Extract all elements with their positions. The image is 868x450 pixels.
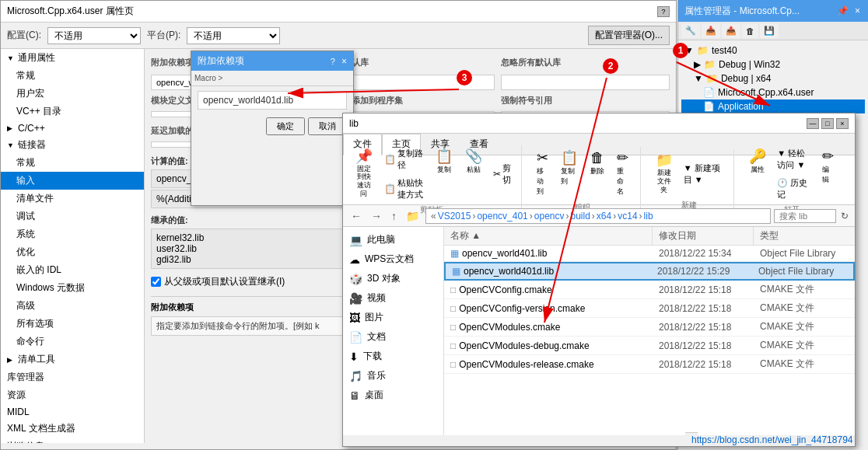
tree-item-linker-input[interactable]: 输入 [1, 172, 144, 190]
file-row-selected[interactable]: ▦ opencv_world401d.lib 2018/12/22 15:29 … [444, 262, 855, 281]
pm-node-debug-win32[interactable]: ▶ 📁 Debug | Win32 [681, 58, 865, 72]
fs-item-documents[interactable]: 📄 文档 [343, 327, 443, 347]
fs-item-music[interactable]: 🎵 音乐 [343, 366, 443, 385]
tree-item-advanced[interactable]: 高级 [1, 297, 144, 315]
ribbon-cut-btn[interactable]: ✂ 剪切 [489, 145, 515, 203]
subdialog-ok-btn[interactable]: 确定 [266, 117, 305, 135]
pm-pin-btn[interactable]: 📌 [835, 5, 850, 16]
tree-item-embedded-idl[interactable]: 嵌入的 IDL [1, 261, 144, 279]
ribbon-moveto-btn[interactable]: ✂ 移动到 [531, 147, 554, 201]
tree-item-windows-meta[interactable]: Windows 元数据 [1, 279, 144, 297]
ribbon-newfolder-btn[interactable]: 📁 新建文件夹 [650, 149, 678, 197]
fs-item-3d[interactable]: 🎲 3D 对象 [343, 269, 443, 288]
col-date[interactable]: 修改日期 [653, 227, 754, 245]
fs-item-downloads[interactable]: ⬇ 下载 [343, 347, 443, 366]
fs-item-computer[interactable]: 💻 此电脑 [343, 230, 443, 249]
tree-item-cpp[interactable]: ▶C/C++ [1, 120, 144, 136]
tree-item-cmdline[interactable]: 命令行 [1, 333, 144, 351]
tree-item-librarian[interactable]: 库管理器 [1, 368, 144, 386]
pm-tool-3[interactable]: 📤 [722, 23, 740, 38]
tree-item-optimize[interactable]: 优化 [1, 243, 144, 261]
config-combo[interactable]: 不适用 [47, 27, 141, 44]
inherit-checkbox[interactable] [151, 277, 161, 287]
ribbon-copy-btn[interactable]: 📋 复制 [430, 145, 458, 203]
ribbon-newitem-btn[interactable]: ▼ 新建项目 ▼ [680, 149, 728, 197]
pm-tool-2[interactable]: 📥 [702, 23, 720, 38]
pm-tool-4[interactable]: 🗑 [742, 23, 758, 38]
help-btn[interactable]: ? [657, 6, 670, 17]
col-name[interactable]: 名称 ▲ [444, 227, 653, 245]
path-opencv[interactable]: opencv [534, 211, 565, 222]
back-btn[interactable]: ← [348, 209, 365, 223]
path-lib[interactable]: lib [644, 211, 653, 222]
pm-tool-5[interactable]: 💾 [760, 23, 779, 38]
tree-item-midl[interactable]: MIDL [1, 404, 144, 420]
refresh-btn[interactable]: ↻ [839, 211, 850, 222]
fs-item-pictures[interactable]: 🖼 图片 [343, 308, 443, 327]
ribbon-properties-btn[interactable]: 🔑 属性 [744, 145, 772, 203]
tree-item-xml-gen[interactable]: XML 文档生成器 [1, 420, 144, 438]
tree-item-manifest[interactable]: 清单文件 [1, 190, 144, 208]
tree-item-debug[interactable]: 调试 [1, 208, 144, 225]
tree-item-all-options[interactable]: 所有选项 [1, 315, 144, 333]
path-vs2015[interactable]: VS2015 [438, 211, 471, 222]
subdialog-close-btn[interactable]: × [341, 56, 347, 67]
tree-item-vcpp[interactable]: VC++ 目录 [1, 103, 144, 120]
search-input[interactable] [774, 209, 836, 223]
path-x64[interactable]: x64 [597, 211, 611, 222]
ribbon-history-btn[interactable]: 🕐 历史记 [773, 175, 815, 203]
file-date-6: 2018/12/22 15:18 [653, 338, 754, 354]
tree-item-common[interactable]: ▼通用属性 [1, 49, 144, 67]
ribbon-copy-path-btn[interactable]: 📋 复制路径 [380, 145, 429, 173]
ribbon-edit-btn[interactable]: ✏ 编辑 [817, 145, 839, 203]
col-type[interactable]: 类型 [754, 227, 855, 245]
pm-node-test40[interactable]: ▼ 📁 test40 [681, 44, 865, 58]
config-manager-btn[interactable]: 配置管理器(O)... [588, 26, 670, 45]
fs-item-wps[interactable]: ☁ WPS云文档 [343, 249, 443, 269]
cmake-icon-1: □ [450, 284, 456, 295]
ribbon-rename-btn[interactable]: ✏ 重命名 [611, 147, 634, 201]
tree-item-manifest-tool[interactable]: ▶清单工具 [1, 351, 144, 368]
file-dialog-maximize[interactable]: □ [821, 118, 834, 129]
file-row[interactable]: ▦ opencv_world401.lib 2018/12/22 15:34 O… [444, 246, 855, 262]
forward-btn[interactable]: → [368, 209, 385, 223]
ribbon-btn-pin[interactable]: 📌 固定到快速访问 [349, 145, 379, 203]
file-row-cmake1[interactable]: □ OpenCVConfig.cmake 2018/12/22 15:18 CM… [444, 281, 855, 299]
file-row-cmake4[interactable]: □ OpenCVModules-debug.cmake 2018/12/22 1… [444, 337, 855, 355]
tree-item-user[interactable]: 用户宏 [1, 85, 144, 103]
platform-combo[interactable]: 不适用 [187, 27, 280, 44]
ribbon-easyaccess-btn[interactable]: ▼ 轻松访问 ▼ [773, 145, 815, 173]
pm-tool-1[interactable]: 🔧 [681, 23, 700, 38]
tree-item-linker[interactable]: ▼链接器 [1, 136, 144, 154]
tree-item-system[interactable]: 系统 [1, 225, 144, 243]
tree-item-browse-info[interactable]: 浏览信息 [1, 438, 144, 443]
ribbon-paste-shortcut-btn[interactable]: 📋 粘贴快捷方式 [380, 175, 429, 203]
subdialog-cancel-btn[interactable]: 取消 [308, 117, 347, 135]
tree-item-linker-general[interactable]: 常规 [1, 154, 144, 172]
tree-item-general[interactable]: 常规 [1, 67, 144, 85]
subdialog-input[interactable] [203, 95, 341, 106]
file-row-cmake2[interactable]: □ OpenCVConfig-version.cmake 2018/12/22 … [444, 299, 855, 318]
pm-node-debug-x64[interactable]: ▼ 📁 Debug | x64 [681, 72, 865, 85]
path-opencv401[interactable]: opencv_401 [477, 211, 527, 222]
file-dialog-minimize[interactable]: — [807, 118, 819, 129]
fs-item-desktop[interactable]: 🖥 桌面 [343, 385, 443, 405]
fs-item-video[interactable]: 🎥 视频 [343, 288, 443, 308]
up-btn[interactable]: ↑ [388, 209, 400, 223]
pm-node-application[interactable]: 📄 Application [681, 99, 865, 113]
file-dialog-close[interactable]: × [836, 118, 849, 129]
address-path[interactable]: « VS2015 › opencv_401 › opencv › build ›… [425, 208, 771, 224]
file-row-cmake3[interactable]: □ OpenCVModules.cmake 2018/12/22 15:18 C… [444, 318, 855, 337]
tree-item-resources[interactable]: 资源 [1, 386, 144, 404]
path-build[interactable]: build [570, 211, 590, 222]
subdialog-help-btn[interactable]: ? [331, 57, 335, 66]
ribbon-paste-btn[interactable]: 📎 粘贴 [460, 145, 488, 203]
folder-btn[interactable]: 📁 [403, 209, 422, 223]
pm-node-ms-cpp[interactable]: 📄 Microsoft.Cpp.x64.user [681, 85, 865, 99]
ribbon-delete-btn[interactable]: 🗑 删除 [585, 147, 610, 201]
ribbon-copyto-btn[interactable]: 📋 复制到 [555, 147, 583, 201]
path-vc14[interactable]: vc14 [618, 211, 637, 222]
cmake-icon-2: □ [450, 303, 456, 314]
file-row-cmake5[interactable]: □ OpenCVModules-release.cmake 2018/12/22… [444, 355, 855, 374]
pm-close-btn[interactable]: × [853, 5, 862, 16]
